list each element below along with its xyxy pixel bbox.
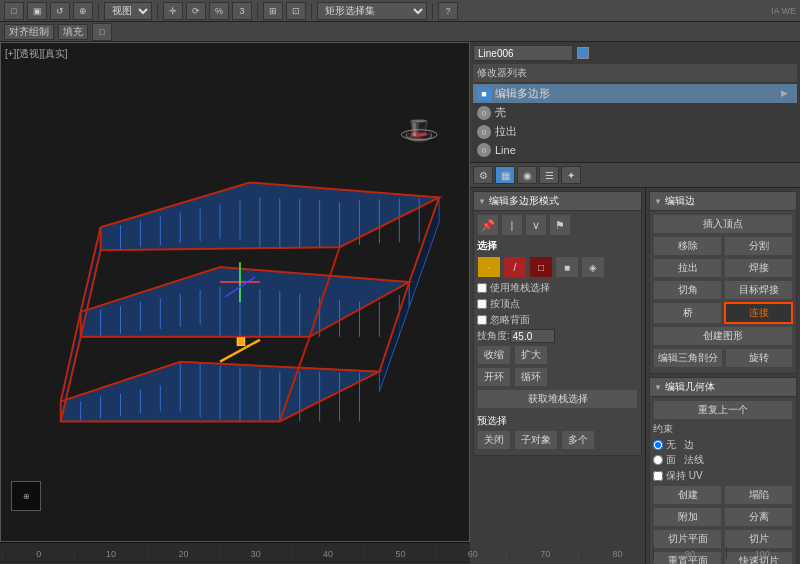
modifier-item-extrude[interactable]: ○ 拉出 [473,122,797,141]
edit-border-header: ▼ 编辑边 [650,192,796,211]
sel-btn-border[interactable]: □ [529,256,553,278]
multi-btn[interactable]: 多个 [561,430,595,450]
connect-btn[interactable]: 连接 [724,302,793,324]
preserve-uv-label: 保持 UV [666,469,703,483]
sel-btn-vertex[interactable]: · [477,256,501,278]
bridge-btn[interactable]: 桥 [653,302,722,324]
create-collapse-row: 创建 塌陷 [653,485,793,505]
ring-btn[interactable]: 开环 [477,367,511,387]
toolbar-percent-btn[interactable]: % [209,2,229,20]
angle-row: 技角度: [477,329,638,343]
angle-input[interactable] [510,329,555,343]
create-shape-btn[interactable]: 创建图形 [653,326,793,346]
edit-border-body: 插入顶点 移除 分割 拉出 焊接 切角 目标焊接 [650,211,796,373]
radio-face: 面 法线 [653,453,793,467]
ignore-back-checkbox[interactable] [477,315,487,325]
chamfer-btn[interactable]: 切角 [653,280,722,300]
tick-10: 10 [74,547,146,559]
use-stack-checkbox[interactable] [477,283,487,293]
by-vertex-checkbox[interactable] [477,299,487,309]
radio-face-input[interactable] [653,455,663,465]
modifier-icon-extrude: ○ [477,125,491,139]
detach-btn[interactable]: 分离 [724,507,793,527]
modifier-item-line[interactable]: ○ Line [473,141,797,159]
target-weld-btn[interactable]: 目标焊接 [724,280,793,300]
toolbar-scale-btn[interactable]: ⊕ [73,2,93,20]
viewport[interactable]: [+][透视][真实] [0,42,470,542]
split-btn[interactable]: 分割 [724,236,793,256]
shrink-btn[interactable]: 收缩 [477,345,511,365]
expand-btn[interactable]: 扩大 [514,345,548,365]
remove-split-row: 移除 分割 [653,236,793,256]
view-dropdown[interactable]: 视图 [104,2,152,20]
modifier-icon-poly: ■ [477,87,491,101]
create-btn[interactable]: 创建 [653,485,722,505]
tool-icon-bar[interactable]: | [501,214,523,236]
sel-btn-element[interactable]: ◈ [581,256,605,278]
panel-icon-3[interactable]: ◉ [517,166,537,184]
toolbar-rotate2-btn[interactable]: ⟳ [186,2,206,20]
child-btn[interactable]: 子对象 [514,430,558,450]
weld-btn[interactable]: 焊接 [724,258,793,278]
modifier-top: 修改器列表 ■ 编辑多边形 ▶ ○ 壳 ○ 拉出 ○ Line [470,42,800,163]
left-edit-panel: ▼ 编辑多边形模式 📌 | ∨ ⚑ 选择 [470,188,645,564]
right-edit-panel: ▼ 编辑边 插入顶点 移除 分割 拉出 焊接 [645,188,800,564]
ignore-back-label: 忽略背面 [490,313,530,327]
radio-edge-label: 边 [684,438,694,452]
toolbar-help-btn[interactable]: ? [438,2,458,20]
toolbar-select-btn[interactable]: □ [4,2,24,20]
fill-btn[interactable]: 填充 [58,24,88,40]
right-panel: 修改器列表 ■ 编辑多边形 ▶ ○ 壳 ○ 拉出 ○ Line ⚙ ▦ [470,42,800,542]
attach-btn[interactable]: 附加 [653,507,722,527]
select-mode-dropdown[interactable]: 矩形选择集 [317,2,427,20]
toolbar-rotate-btn[interactable]: ↺ [50,2,70,20]
edit-geometry-section: ▼ 编辑几何体 重复上一个 约束 无 边 [649,377,797,564]
tick-60: 60 [436,547,508,559]
get-sel-btn[interactable]: 获取堆栈选择 [477,389,638,409]
modifier-label-extrude: 拉出 [495,124,517,139]
close-btn[interactable]: 关闭 [477,430,511,450]
tick-70: 70 [509,547,581,559]
loop-btn[interactable]: 循环 [514,367,548,387]
radio-none-input[interactable] [653,440,663,450]
modifier-item-shell[interactable]: ○ 壳 [473,103,797,122]
tick-20: 20 [147,547,219,559]
rotate-btn[interactable]: 旋转 [725,348,793,368]
line-name-input[interactable] [473,45,573,61]
remove-btn[interactable]: 移除 [653,236,722,256]
edit-poly-arrow: ▼ [478,197,486,206]
tri-divide-btn[interactable]: 编辑三角剖分 [653,348,723,368]
panel-icon-4[interactable]: ☰ [539,166,559,184]
edit-geometry-label: 编辑几何体 [665,380,715,394]
edit-poly-body: 📌 | ∨ ⚑ 选择 · / □ ■ ◈ [474,211,641,455]
tool-icon-v[interactable]: ∨ [525,214,547,236]
bridge-connect-row: 桥 连接 [653,302,793,324]
tool-icon-flag[interactable]: ⚑ [549,214,571,236]
align-btn[interactable]: 对齐组制 [4,24,54,40]
toolbar-rect-btn[interactable]: ▣ [27,2,47,20]
panel-icon-2[interactable]: ▦ [495,166,515,184]
repeat-last-btn[interactable]: 重复上一个 [653,400,793,420]
preserve-uv-checkbox[interactable] [653,471,663,481]
panel-icon-1[interactable]: ⚙ [473,166,493,184]
modifier-item-edit-poly[interactable]: ■ 编辑多边形 ▶ [473,84,797,103]
toolbar-snap-btn[interactable]: ⊞ [263,2,283,20]
sel-btn-edge[interactable]: / [503,256,527,278]
tool-icon-pin[interactable]: 📌 [477,214,499,236]
sel-btn-poly[interactable]: ■ [555,256,579,278]
edit-poly-section: ▼ 编辑多边形模式 📌 | ∨ ⚑ 选择 [473,191,642,456]
collapse-btn[interactable]: 塌陷 [724,485,793,505]
fill-mode-btn[interactable]: □ [92,23,112,41]
toolbar-num-btn[interactable]: 3 [232,2,252,20]
preview-header: 预选择 [477,414,638,428]
insert-vertex-btn[interactable]: 插入顶点 [653,214,793,234]
extrude-btn[interactable]: 拉出 [653,258,722,278]
sep2 [157,3,158,19]
tick-50: 50 [364,547,436,559]
panel-icon-5[interactable]: ✦ [561,166,581,184]
toolbar-mirror-btn[interactable]: ⊡ [286,2,306,20]
toolbar-move-btn[interactable]: ✛ [163,2,183,20]
edit-geometry-arrow: ▼ [654,383,662,392]
site-watermark: IA WE [771,6,796,16]
panel-icons-row: ⚙ ▦ ◉ ☰ ✦ [470,163,800,188]
